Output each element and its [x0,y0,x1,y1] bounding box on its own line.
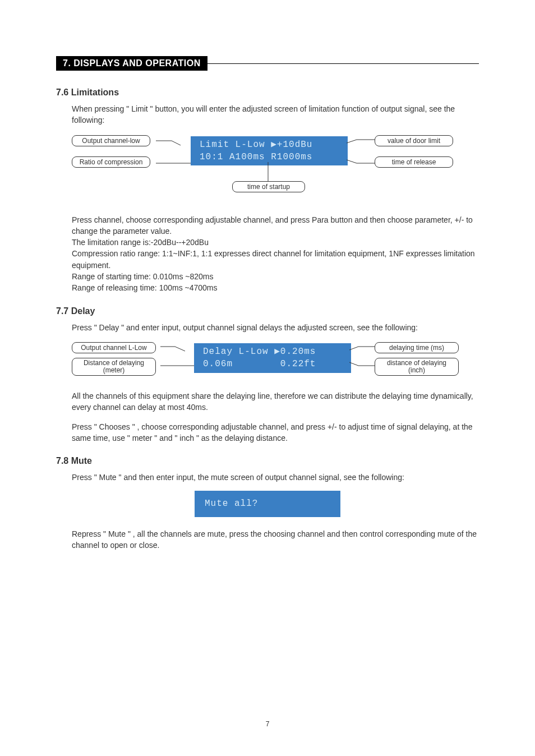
mute-lcd: Mute all? [195,491,340,517]
limitations-diagram: Output channel-low Ratio of compression … [72,134,479,204]
mute-diagram: Mute all? [56,491,479,517]
section-title: 7. DISPLAYS AND OPERATION [56,56,207,71]
mute-lcd-line1: Mute all? [205,497,330,510]
label-output-channel-low: Output channel-low [72,135,150,146]
delay-lcd-m: 0.06m [203,359,233,369]
delay-lcd: Delay L-Low ▶0.20ms 0.06m 0.22ft [194,343,351,373]
label-ratio-compression: Ratio of compression [72,156,150,168]
label-delay-time: delaying time (ms) [375,342,459,353]
label-door-limit: value of door limit [375,135,453,146]
delay-diagram: Output channel L-Low Distance of delayin… [72,341,479,380]
label-time-release: time of release [375,156,453,168]
delay-lcd-line2: 0.06m 0.22ft [203,358,342,370]
mute-title: 7.8 Mute [56,456,479,466]
delay-explain1: All the channels of this equipment share… [72,390,479,413]
label-time-startup: time of startup [232,181,305,192]
delay-title: 7.7 Delay [56,306,479,316]
label-output-channel-llow: Output channel L-Low [72,342,156,353]
mute-explain: Repress " Mute " , all the channels are … [72,528,479,551]
label-distance-inch: distance of delaying (inch) [375,358,459,376]
lcd-line1: Limit L-Low ▶+10dBu [200,139,339,151]
delay-explain2: Press " Chooses " , choose corresponding… [72,421,479,444]
connector-bottom-icon [262,162,274,183]
connector-left-delay-icon [160,345,196,374]
limitations-intro: When pressing " Limit " button, you will… [72,103,479,126]
delay-lcd-line1: Delay L-Low ▶0.20ms [203,345,342,358]
section-header-bar: 7. DISPLAYS AND OPERATION [56,56,479,71]
limitations-lcd: Limit L-Low ▶+10dBu 10:1 A100ms R1000ms [191,136,348,166]
delay-lcd-ft: 0.22ft [280,359,316,369]
limitations-explain: Press channel, choose corresponding adju… [72,214,479,294]
page-number: 7 [266,720,270,728]
delay-intro: Press " Delay " and enter input, output … [72,322,479,333]
label-distance-meter: Distance of delaying (meter) [72,358,156,376]
connector-left-icon [156,139,195,175]
mute-intro: Press " Mute " and then enter input, the… [72,472,479,483]
section-rule [207,63,479,64]
limitations-title: 7.6 Limitations [56,87,479,98]
